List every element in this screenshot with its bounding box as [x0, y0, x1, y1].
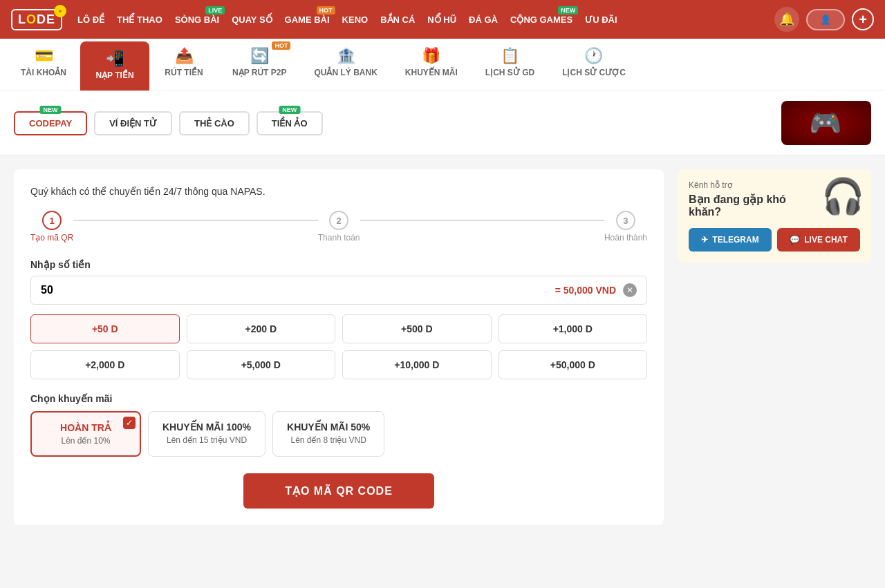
quick-btn-500d[interactable]: +500 D	[342, 314, 492, 343]
tab-nap-tien[interactable]: 📲 NẠP TIỀN	[80, 41, 149, 91]
amount-input[interactable]	[41, 284, 555, 296]
logo[interactable]: LODE ●	[11, 9, 62, 30]
step-1: 1 Tạo mã QR	[30, 211, 73, 243]
notification-button[interactable]: 🔔	[774, 7, 799, 32]
quick-btn-50d[interactable]: +50 D	[30, 314, 180, 343]
support-box: Kênh hỗ trợ Bạn đang gặp khó khăn? 🎧 ✈ T…	[678, 169, 871, 263]
tabs-row: 💳 TÀI KHOẢN 📲 NẠP TIỀN 📤 RÚT TIỀN HOT 🔄 …	[0, 39, 885, 91]
hot-badge-p2p: HOT	[272, 41, 290, 50]
tab-nap-rut-p2p[interactable]: HOT 🔄 NẠP RÚT P2P	[218, 39, 300, 91]
content-right: Kênh hỗ trợ Bạn đang gặp khó khăn? 🎧 ✈ T…	[678, 169, 871, 525]
promo-100-title: KHUYẾN MÃI 100%	[162, 421, 251, 433]
new-badge: NEW	[558, 6, 578, 15]
steps-row: 1 Tạo mã QR 2 Thanh toán 3 Hoàn thành	[30, 211, 647, 243]
tien-ao-new-badge: NEW	[279, 106, 300, 114]
nav-item-keno[interactable]: KENO	[337, 12, 374, 28]
sub-tab-tien-ao[interactable]: NEW TIỀN ẢO	[257, 111, 323, 135]
header-actions: 🔔 👤 +	[774, 7, 874, 32]
nap-tien-icon: 📲	[106, 50, 124, 68]
nav-menu: LÔ ĐỀ THỂ THAO LIVE SÒNG BÀI QUAY SỐ HOT…	[72, 12, 765, 28]
tai-khoan-icon: 💳	[35, 47, 53, 65]
step-1-circle: 1	[42, 211, 62, 230]
support-title: Bạn đang gặp khó khăn?	[689, 193, 799, 218]
tab-khuyen-mai[interactable]: 🎁 KHUYẾN MÃI	[391, 39, 472, 91]
quick-btn-1000d[interactable]: +1,000 D	[499, 314, 648, 343]
logo-text: LODE	[18, 12, 55, 27]
tab-lich-su-gd[interactable]: 📋 LỊCH SỬ GD	[472, 39, 548, 91]
tab-tai-khoan[interactable]: 💳 TÀI KHOẢN	[7, 39, 80, 91]
codepay-new-badge: NEW	[40, 106, 62, 114]
step-2: 2 Thanh toán	[318, 211, 360, 243]
quick-btn-200d[interactable]: +200 D	[187, 314, 336, 343]
quick-btn-2000d[interactable]: +2,000 D	[30, 350, 180, 379]
step-line-1	[73, 220, 317, 221]
nav-item-no-hu[interactable]: NỔ HŨ	[422, 12, 462, 28]
support-buttons: ✈ TELEGRAM 💬 LIVE CHAT	[689, 228, 860, 252]
quick-btn-10000d[interactable]: +10,000 D	[342, 350, 492, 379]
promo-label: Chọn khuyến mãi	[30, 393, 647, 404]
sub-tab-the-cao[interactable]: THẺ CÀO	[179, 111, 250, 135]
bank-icon: 🏦	[337, 47, 355, 65]
lich-su-gd-icon: 📋	[501, 47, 519, 65]
p2p-icon: 🔄	[250, 47, 269, 65]
step-3: 3 Hoàn thành	[604, 211, 647, 243]
content-left: Quý khách có thể chuyển tiền 24/7 thông …	[14, 169, 664, 525]
nav-item-quay-so[interactable]: QUAY SỐ	[226, 12, 277, 28]
promo-cards: ✓ HOÀN TRẢ Lên đến 10% KHUYẾN MÃI 100% L…	[30, 411, 647, 457]
desc-text: Quý khách có thể chuyển tiền 24/7 thông …	[30, 186, 647, 197]
user-icon: 👤	[820, 15, 831, 25]
clear-amount-button[interactable]: ✕	[623, 283, 637, 297]
nav-item-ban-ca[interactable]: BẮN CÁ	[375, 12, 420, 28]
nav-item-the-thao[interactable]: THỂ THAO	[111, 12, 168, 28]
telegram-button[interactable]: ✈ TELEGRAM	[689, 228, 772, 252]
mini-game-icon: 🎮	[809, 108, 841, 138]
step-3-label: Hoàn thành	[604, 233, 647, 243]
telegram-icon: ✈	[701, 235, 708, 245]
promo-100-sub: Lên đến 15 triệu VND	[162, 435, 251, 445]
add-button[interactable]: +	[852, 8, 874, 30]
khuyen-mai-icon: 🎁	[422, 47, 440, 65]
tab-rut-tien[interactable]: 📤 RÚT TIỀN	[149, 39, 218, 91]
promo-card-100[interactable]: KHUYẾN MÃI 100% Lên đến 15 triệu VND	[148, 411, 266, 457]
promo-hoan-tra-sub: Lên đến 10%	[46, 436, 126, 446]
main-content: Quý khách có thể chuyển tiền 24/7 thông …	[0, 155, 885, 539]
hot-badge: HOT	[317, 6, 335, 15]
amount-label: Nhập số tiền	[30, 259, 647, 270]
promo-50-title: KHUYẾN MÃI 50%	[287, 421, 370, 433]
promo-hoan-tra-title: HOÀN TRẢ	[46, 422, 126, 433]
sub-tab-codepay[interactable]: NEW CODEPAY	[14, 111, 87, 135]
support-emoji: 🎧	[821, 176, 864, 216]
nav-item-song-bai[interactable]: LIVE SÒNG BÀI	[169, 12, 225, 28]
logo-coin: ●	[54, 5, 66, 17]
step-3-circle: 3	[616, 211, 635, 230]
livechat-button[interactable]: 💬 LIVE CHAT	[777, 228, 860, 252]
tab-lich-su-cuoc[interactable]: 🕐 LỊCH SỬ CƯỢC	[548, 39, 640, 91]
sub-tabs-row: NEW CODEPAY VÍ ĐIỆN TỬ THẺ CÀO NEW TIỀN …	[0, 91, 885, 155]
nav-item-da-ga[interactable]: ĐÁ GÀ	[463, 12, 503, 28]
amount-input-row: = 50,000 VND ✕	[30, 276, 647, 305]
amount-vnd-display: = 50,000 VND	[555, 285, 616, 296]
quick-amounts-grid: +50 D +200 D +500 D +1,000 D +2,000 D +5…	[30, 314, 647, 379]
step-line-2	[360, 220, 604, 221]
step-2-label: Thanh toán	[318, 233, 360, 243]
promo-card-hoan-tra[interactable]: ✓ HOÀN TRẢ Lên đến 10%	[30, 411, 141, 457]
nav-item-game-bai[interactable]: HOT GAME BÀI	[279, 12, 335, 28]
chat-icon: 💬	[790, 235, 800, 245]
promo-check-icon: ✓	[123, 417, 136, 429]
nav-item-cong-games[interactable]: NEW CỘNG GAMES	[505, 12, 578, 28]
live-badge: LIVE	[205, 6, 225, 15]
nav-item-lo-de[interactable]: LÔ ĐỀ	[72, 12, 110, 28]
mini-game-banner[interactable]: 🎮	[781, 101, 871, 145]
login-button[interactable]: 👤	[806, 9, 845, 30]
lich-su-cuoc-icon: 🕐	[584, 47, 603, 65]
sub-tab-vi-dien-tu[interactable]: VÍ ĐIỆN TỬ	[94, 111, 172, 135]
create-qr-button[interactable]: TẠO MÃ QR CODE	[243, 473, 434, 509]
rut-tien-icon: 📤	[175, 47, 194, 65]
tab-quan-ly-bank[interactable]: 🏦 QUẢN LÝ BANK	[300, 39, 391, 91]
nav-item-uu-dai[interactable]: ƯU ĐÃI	[579, 12, 622, 28]
quick-btn-50000d[interactable]: +50,000 D	[499, 350, 648, 379]
step-1-label: Tạo mã QR	[30, 233, 73, 243]
promo-card-50[interactable]: KHUYẾN MÃI 50% Lên đến 8 triệu VND	[272, 411, 384, 457]
promo-50-sub: Lên đến 8 triệu VND	[287, 435, 370, 445]
quick-btn-5000d[interactable]: +5,000 D	[187, 350, 336, 379]
